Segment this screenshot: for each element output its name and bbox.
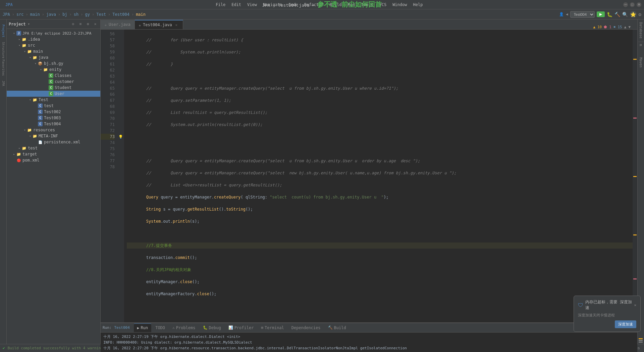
- tab-profiler[interactable]: 📊 Profiler: [225, 323, 257, 332]
- tree-item-pom-xml[interactable]: ▸ 🔴 pom.xml: [7, 157, 100, 163]
- tree-item-test2[interactable]: ▸ 📁 test: [7, 145, 100, 151]
- tree-item-meta-inf[interactable]: ▾ 📁 META-INF: [7, 133, 100, 139]
- code-line-75: //8.关闭JPA的相关对象: [127, 267, 635, 273]
- project-icon[interactable]: Project: [0, 21, 6, 41]
- favorites-icon[interactable]: Favorites: [0, 59, 6, 76]
- tree-item-idea[interactable]: ▸ 📁 .idea: [7, 36, 100, 42]
- structure-left-icon[interactable]: Structure: [0, 42, 6, 58]
- tree-item-classes[interactable]: ▸ C Classes: [7, 73, 100, 79]
- code-line-77: entityManagerFactory.close();: [127, 291, 635, 297]
- breadcrumb-bj[interactable]: bj: [62, 12, 67, 17]
- maven-label-btn[interactable]: Maven: [638, 56, 643, 70]
- tree-item-target[interactable]: ▸ 📁 target: [7, 151, 100, 157]
- menu-view[interactable]: View: [245, 2, 260, 8]
- collapse-btn[interactable]: ▼: [628, 25, 631, 29]
- collapse-all-btn[interactable]: ≡: [77, 21, 84, 27]
- breadcrumb-gy[interactable]: gy: [85, 12, 90, 17]
- locate-file-btn[interactable]: ⊙: [70, 21, 76, 27]
- nav-bar: JPA › src › main › java › bj › sh › gy ›…: [0, 9, 644, 19]
- code-line-66: // Query query = entityManager.createQue…: [127, 158, 635, 164]
- project-tree: ▾ J JPA E:\my eclipse 2022-3-23\JPA ▸ 📁 …: [7, 29, 100, 344]
- run-button[interactable]: ▶: [597, 11, 605, 17]
- tree-item-jpa[interactable]: ▾ J JPA E:\my eclipse 2022-3-23\JPA: [7, 30, 100, 36]
- code-content[interactable]: // for (User user : resultList) { // Sys…: [124, 30, 637, 322]
- tree-item-user[interactable]: ▸ C User: [7, 91, 100, 97]
- code-line-67: // Query query = entityManager.createQue…: [127, 170, 635, 176]
- tab-dependencies[interactable]: Dependencies: [288, 323, 324, 332]
- breadcrumb-src[interactable]: src: [16, 12, 24, 17]
- menu-file[interactable]: File: [213, 2, 228, 8]
- tab-build[interactable]: 🔨 Build: [325, 323, 350, 332]
- breadcrumb-test004[interactable]: Test004: [112, 12, 129, 17]
- user-icon: 👤: [559, 12, 564, 16]
- jpa-icon[interactable]: JPA: [0, 77, 6, 90]
- code-editor[interactable]: 56 57 58 59 60 61 62 63 64 65 66 67 68 6…: [101, 30, 637, 322]
- search-button[interactable]: 🔍: [622, 12, 628, 17]
- menu-edit[interactable]: Edit: [229, 2, 244, 8]
- stripe-info-2: [639, 342, 643, 343]
- notif-action-btn[interactable]: 深度加速: [615, 320, 636, 328]
- notif-close-btn[interactable]: ✕: [634, 303, 636, 307]
- menu-window[interactable]: Window: [390, 2, 410, 8]
- tree-item-test004[interactable]: ▸ C Test004: [7, 121, 100, 127]
- close-button[interactable]: ✕: [637, 2, 641, 7]
- breadcrumb-method[interactable]: main: [136, 12, 146, 17]
- breadcrumb-sh[interactable]: sh: [74, 12, 78, 17]
- breadcrumb-main[interactable]: main: [30, 12, 40, 17]
- tree-item-package[interactable]: ▾ 📦 bj.sh.gy: [7, 60, 100, 67]
- stripe-warn-1: [639, 338, 643, 339]
- tab-terminal[interactable]: ⊞ Terminal: [258, 323, 287, 332]
- maven-panel-btn[interactable]: m: [638, 43, 643, 56]
- debug-button[interactable]: 🐛: [607, 12, 612, 17]
- tree-item-java[interactable]: ▾ 📁 java: [7, 54, 100, 60]
- expand-btn[interactable]: ▲: [624, 25, 627, 29]
- breadcrumb-jpa[interactable]: JPA: [3, 12, 10, 17]
- maximize-button[interactable]: □: [630, 2, 635, 7]
- close-tab-btn[interactable]: ✕: [174, 23, 179, 27]
- tab-todo[interactable]: TODO: [152, 323, 168, 332]
- project-panel-title: Project: [9, 22, 26, 27]
- breadcrumb-java[interactable]: java: [46, 12, 56, 17]
- console-area[interactable]: 十月 16, 2022 2:27:19 下午 org.hibernate.dia…: [101, 333, 637, 352]
- line-numbers: 56 57 58 59 60 61 62 63 64 65 66 67 68 6…: [101, 30, 117, 322]
- breadcrumb-test[interactable]: Test: [96, 12, 106, 17]
- close-panel-btn[interactable]: ✕: [92, 21, 98, 27]
- run-config-select[interactable]: Test004: [570, 11, 595, 18]
- tree-item-resources[interactable]: ▾ 📁 resources: [7, 127, 100, 133]
- notif-title: 内存已超标，需要 深度加速: [585, 299, 632, 311]
- database-panel-btn[interactable]: Database: [638, 21, 643, 41]
- settings-button[interactable]: ⚙: [639, 12, 641, 17]
- tree-item-persistence-xml[interactable]: ▸ 📄 persistence.xml: [7, 139, 100, 145]
- code-line-58: // }: [127, 61, 635, 67]
- tree-item-main[interactable]: ▾ 📁 main: [7, 48, 100, 54]
- code-line-69: Query query = entityManager.createQuery(…: [127, 194, 635, 200]
- tree-item-test-class[interactable]: ▸ C test: [7, 103, 100, 109]
- terminal-icon: ⊞: [261, 325, 263, 330]
- tab-problems[interactable]: ⚠ Problems: [169, 323, 199, 332]
- tree-item-student[interactable]: ▸ C Student: [7, 85, 100, 91]
- editor-container: ☕ User.java ☕ Test004.java ✕ ▲ 10 ⬟ 1 ✖ …: [101, 19, 637, 344]
- tab-debug[interactable]: 🐛 Debug: [200, 323, 224, 332]
- stripe-info-1: [639, 340, 643, 341]
- bookmark-button[interactable]: ⭐: [630, 11, 637, 18]
- debug-tab-icon: 🐛: [203, 325, 208, 330]
- panel-settings-btn[interactable]: ⚙: [85, 21, 91, 27]
- tab-bar: ☕ User.java ☕ Test004.java ✕ ▲ 10 ⬟ 1 ✖ …: [101, 19, 637, 30]
- tree-item-test002[interactable]: ▸ C Test002: [7, 109, 100, 115]
- back-icon[interactable]: ◀: [566, 12, 568, 16]
- nav-right: 👤 ◀ Test004 ▶ 🐛 🔨 🔍 ⭐ ⚙: [559, 11, 641, 18]
- build-status-icon: ✔: [3, 346, 5, 350]
- build-button[interactable]: 🔨: [614, 12, 620, 17]
- tree-item-customer[interactable]: ▸ C customer: [7, 79, 100, 85]
- project-panel: Project ▾ ⊙ ≡ ⚙ ✕ ▾ J JPA E:\my eclipse …: [7, 19, 101, 344]
- bulb-icon[interactable]: 💡: [117, 134, 124, 140]
- tree-item-test-folder[interactable]: ▾ 📁 Test: [7, 97, 100, 103]
- tree-item-src[interactable]: ▾ 📁 src: [7, 42, 100, 48]
- menu-help[interactable]: Help: [410, 2, 425, 8]
- tab-user-java[interactable]: ☕ User.java: [101, 20, 135, 29]
- tree-item-test003[interactable]: ▸ C Test003: [7, 115, 100, 121]
- tab-run[interactable]: ▶ Run: [134, 323, 151, 332]
- tree-item-enity[interactable]: ▾ 📁 enity: [7, 67, 100, 73]
- tab-test004-java[interactable]: ☕ Test004.java ✕: [135, 20, 183, 29]
- minimize-button[interactable]: ─: [623, 2, 628, 7]
